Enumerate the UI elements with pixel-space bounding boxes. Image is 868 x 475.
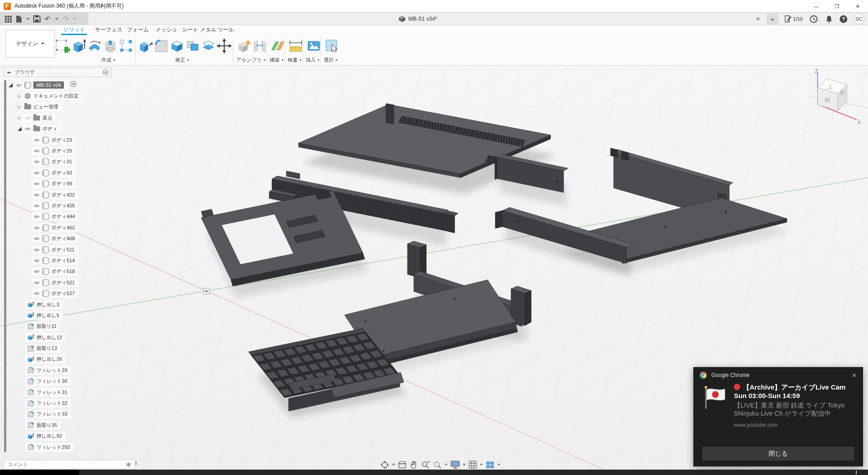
group-label-select[interactable]: 選択▼ — [324, 57, 338, 63]
tree-row-body[interactable]: ボディ518 — [32, 266, 143, 277]
notification-dismiss-button[interactable]: 閉じる — [702, 447, 854, 461]
ribbon-tab-tools[interactable]: ツール — [217, 26, 234, 34]
ribbon-tab-sheetmetal[interactable]: シート メタル — [182, 26, 217, 34]
group-label-modify[interactable]: 修正▼ — [175, 57, 190, 63]
tree-row-body[interactable]: ボディ527 — [32, 288, 143, 299]
zoom-icon[interactable] — [421, 461, 429, 469]
user-avatar[interactable]: GC — [854, 13, 864, 24]
grid-snap-caret-icon[interactable] — [480, 464, 483, 466]
undo-caret[interactable] — [55, 18, 59, 20]
file-menu-caret[interactable] — [26, 18, 30, 20]
group-label-create[interactable]: 作成▼ — [101, 57, 116, 63]
select-button[interactable] — [323, 37, 340, 55]
pattern-button[interactable] — [118, 37, 135, 55]
visibility-eye-icon[interactable] — [33, 214, 40, 219]
tree-row-feature[interactable]: 押し出し26 — [25, 354, 143, 365]
ribbon-tab-surface[interactable]: サーフェス — [95, 26, 122, 34]
visibility-eye-icon[interactable] — [33, 280, 40, 285]
visibility-eye-icon[interactable] — [33, 138, 40, 143]
tree-row-feature[interactable]: フィレット31 — [25, 387, 143, 398]
visibility-eye-icon[interactable] — [33, 236, 40, 241]
browser-header[interactable]: ◀◀ ブラウザ — [4, 67, 112, 77]
display-toggle-icon[interactable] — [103, 69, 108, 75]
tree-row-bodies-folder[interactable]: ボディ — [16, 124, 143, 134]
tree-row-body[interactable]: ボディ99 — [32, 179, 143, 189]
new-tab-button[interactable]: + — [767, 13, 778, 24]
visibility-eye-icon[interactable] — [33, 159, 40, 164]
look-at-icon[interactable] — [398, 461, 407, 469]
part-bottom-tray[interactable] — [495, 193, 787, 264]
tree-row-body[interactable]: ボディ514 — [32, 255, 143, 266]
extrude-button[interactable] — [70, 37, 87, 55]
tree-row-body[interactable]: ボディ462 — [32, 222, 143, 233]
zoom-window-caret-icon[interactable] — [445, 464, 448, 466]
orbit-caret-icon[interactable] — [392, 464, 395, 466]
tree-row-body[interactable]: ボディ31 — [32, 157, 143, 167]
orbit-icon[interactable] — [380, 461, 389, 469]
measure-button[interactable] — [287, 37, 304, 55]
browser-scrollbar[interactable] — [4, 80, 6, 453]
tree-row-feature[interactable]: フィレット33 — [25, 409, 143, 420]
job-status-icon[interactable] — [809, 14, 818, 23]
visibility-eye-icon[interactable] — [33, 193, 40, 197]
group-label-construct[interactable]: 構築▼ — [270, 57, 284, 63]
tree-row-body[interactable]: ボディ425 — [32, 200, 143, 211]
maximize-button[interactable]: ❐ — [827, 0, 847, 13]
comment-grip-icon[interactable]: ‖ — [135, 461, 137, 466]
view-cube[interactable]: 上 前 右 Z X — [808, 67, 868, 130]
ribbon-tab-mesh[interactable]: メッシュ — [155, 26, 177, 34]
timeline-bar[interactable] — [0, 470, 868, 475]
activate-radio-icon[interactable] — [70, 81, 77, 89]
group-label-insert[interactable]: 挿入▼ — [306, 57, 320, 63]
tree-row-feature[interactable]: 面取り35 — [25, 420, 143, 430]
help-icon[interactable]: ? — [840, 15, 847, 23]
tree-row-view-management[interactable]: ▷ ビュー管理 — [16, 102, 143, 112]
tree-row-document-settings[interactable]: ▷ ドキュメントの設定 — [16, 90, 143, 101]
tree-row-feature[interactable]: 面取り11 — [25, 321, 143, 332]
hole-button[interactable] — [102, 37, 119, 55]
tree-row-feature[interactable]: 押し出し3 — [25, 299, 143, 310]
tree-row-feature[interactable]: 押し出し12 — [25, 332, 143, 343]
visibility-eye-icon[interactable] — [33, 258, 40, 263]
undo-icon[interactable]: ↶ — [43, 14, 52, 23]
joint-button[interactable] — [251, 37, 268, 55]
visibility-eye-icon[interactable] — [33, 291, 40, 296]
origin-marker[interactable] — [203, 288, 209, 294]
version-indicator[interactable]: 1/10 — [785, 15, 803, 22]
visibility-eye-icon[interactable] — [15, 83, 22, 88]
pan-icon[interactable] — [410, 461, 418, 469]
tab-close-icon[interactable]: ✕ — [756, 16, 760, 22]
offset-face-button[interactable] — [200, 37, 217, 55]
add-comment-icon[interactable]: ⊕ — [126, 461, 131, 468]
visibility-eye-icon[interactable] — [33, 148, 40, 153]
grid-snap-icon[interactable] — [469, 461, 477, 469]
app-grid-icon[interactable] — [4, 14, 13, 23]
tree-row-body[interactable]: ボディ23 — [32, 134, 143, 145]
file-menu-icon[interactable] — [14, 14, 23, 23]
redo-icon[interactable]: ↷ — [61, 14, 70, 23]
visibility-eye-icon[interactable] — [33, 225, 40, 230]
visibility-eye-icon[interactable] — [33, 170, 40, 175]
visibility-eye-off-icon[interactable] — [24, 116, 31, 121]
save-icon[interactable] — [32, 14, 41, 23]
tree-row-feature[interactable]: フィレット30 — [25, 376, 143, 387]
revolve-button[interactable] — [86, 37, 103, 55]
ribbon-tab-form[interactable]: フォーム — [127, 26, 149, 34]
press-pull-button[interactable] — [137, 37, 154, 55]
document-tab[interactable]: MB-S1 v34* — [398, 13, 437, 25]
tree-row-feature[interactable]: フィレット292 — [25, 442, 143, 453]
visibility-eye-icon[interactable] — [33, 247, 40, 252]
collapse-panel-icon[interactable]: ◀◀ — [7, 71, 10, 74]
notifications-bell-icon[interactable] — [824, 14, 833, 23]
zoom-window-icon[interactable] — [433, 461, 442, 469]
create-sketch-button[interactable] — [54, 37, 72, 55]
tree-row-feature[interactable]: フィレット29 — [25, 365, 143, 376]
shell-button[interactable] — [168, 37, 185, 55]
tree-root-row[interactable]: MB-S1 v34 — [7, 80, 143, 90]
minimize-button[interactable]: — — [806, 0, 827, 13]
comment-bar[interactable]: コメント ⊕ — [4, 460, 135, 469]
group-label-inspect[interactable]: 検査▼ — [288, 57, 302, 63]
group-label-assemble[interactable]: アセンブリ▼ — [236, 57, 266, 63]
viewports-icon[interactable] — [486, 461, 494, 469]
tree-row-feature[interactable]: フィレット32 — [25, 398, 143, 408]
